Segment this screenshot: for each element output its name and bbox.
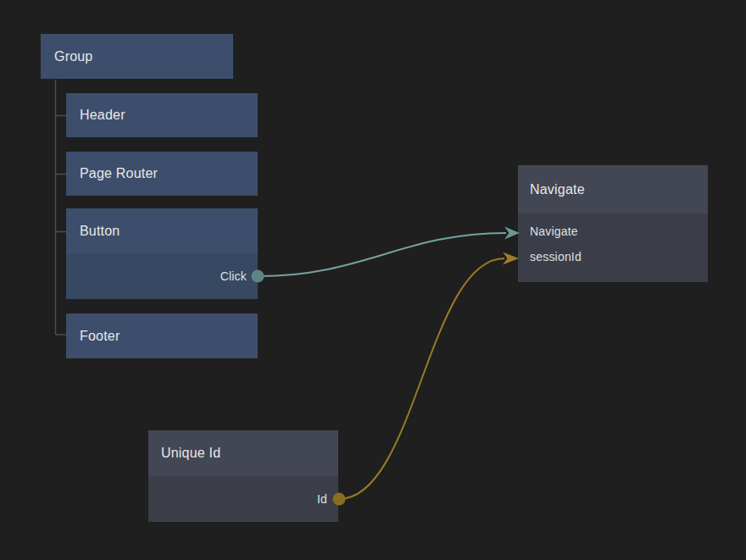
node-title: Footer bbox=[66, 313, 258, 358]
tree-line-group-children bbox=[56, 80, 67, 335]
output-port-click[interactable]: Click bbox=[66, 253, 258, 299]
node-editor-canvas[interactable]: Group Header Page Router Button Click Fo… bbox=[0, 0, 746, 560]
output-port-label: Id bbox=[317, 492, 327, 506]
node-port-section: Click bbox=[66, 253, 258, 299]
node-title: Header bbox=[66, 93, 258, 137]
input-port-navigate[interactable]: Navigate bbox=[518, 219, 708, 244]
node-title: Page Router bbox=[66, 152, 258, 196]
input-port-sessionid[interactable]: sessionId bbox=[518, 244, 708, 269]
node-group[interactable]: Group bbox=[41, 34, 233, 79]
output-port-id[interactable]: Id bbox=[148, 476, 338, 522]
node-title: Button bbox=[66, 208, 258, 253]
node-port-section: Id bbox=[148, 476, 338, 522]
node-title: Unique Id bbox=[148, 430, 338, 476]
node-footer[interactable]: Footer bbox=[66, 313, 258, 358]
node-navigate[interactable]: Navigate Navigate sessionId bbox=[518, 165, 708, 282]
input-port-label: sessionId bbox=[530, 250, 582, 263]
input-port-label: Navigate bbox=[530, 225, 578, 238]
node-title: Navigate bbox=[518, 165, 708, 213]
node-port-section: Navigate sessionId bbox=[518, 213, 708, 282]
output-port-label: Click bbox=[220, 269, 247, 283]
node-header[interactable]: Header bbox=[66, 93, 258, 137]
node-page-router[interactable]: Page Router bbox=[66, 152, 258, 196]
node-button[interactable]: Button Click bbox=[66, 208, 258, 299]
connection-id-to-sessionid[interactable] bbox=[339, 258, 504, 499]
connection-click-to-navigate[interactable] bbox=[258, 233, 506, 276]
sessionid-input-arrow[interactable] bbox=[503, 252, 519, 265]
node-unique-id[interactable]: Unique Id Id bbox=[148, 430, 338, 522]
node-title: Group bbox=[41, 34, 233, 79]
